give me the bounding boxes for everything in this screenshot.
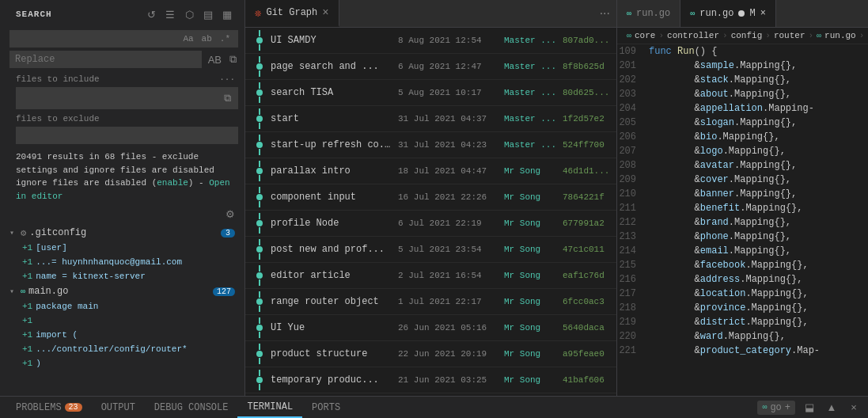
- maingo-child-4[interactable]: +1 .../controller/config/router*: [0, 342, 244, 356]
- code-content: 109 func Run() { 201 &sample.Mapping{}, …: [617, 44, 868, 396]
- code-line-215: 215 &facebook.Mapping{},: [617, 258, 868, 272]
- results-info: 20491 results in 68 files - exclude sett…: [0, 146, 244, 206]
- go-icon-active: ∞: [690, 10, 695, 18]
- problems-tab[interactable]: PROBLEMS 23: [6, 397, 92, 418]
- git-row-13[interactable]: temporary produc... 21 Jun 2021 03:25 Mr…: [245, 367, 616, 393]
- git-row-7[interactable]: profile Node 6 Jul 2021 22:19 Mr Song 67…: [245, 211, 616, 237]
- search-settings-icon[interactable]: ⚙: [222, 206, 238, 222]
- run-go-tab-close[interactable]: ×: [760, 8, 766, 19]
- maingo-child-3[interactable]: +1 import (: [0, 328, 244, 342]
- ports-tab[interactable]: PORTS: [302, 397, 350, 418]
- run-go-tab-modified: M: [749, 8, 755, 19]
- code-line-210: 210 &banner.Mapping{},: [617, 187, 868, 201]
- files-exclude-input[interactable]: [21, 130, 233, 141]
- code-line-212: 212 &brand.Mapping{},: [617, 215, 868, 230]
- code-line-205: 205 &slogan.Mapping{},: [617, 116, 868, 130]
- git-row-5[interactable]: parallax intro 18 Jul 2021 04:47 Mr Song…: [245, 158, 616, 184]
- search-title-icons: ↺ ☰ ⬡ ▤ ▦: [143, 6, 235, 22]
- go-breadcrumb-icon: ∞: [627, 32, 631, 40]
- go-icon-inactive: ∞: [627, 10, 631, 18]
- code-line-208: 208 &avatar.Mapping{},: [617, 158, 868, 173]
- run-go-active-tab[interactable]: ∞ run.go M ×: [680, 0, 776, 27]
- search-input[interactable]: [15, 33, 177, 44]
- replace-all-button[interactable]: ⧉: [228, 51, 238, 67]
- preserve-case-button[interactable]: AB: [207, 52, 223, 67]
- clear-results-icon[interactable]: ▤: [200, 6, 216, 22]
- gitconfig-child-3[interactable]: +1 name = kitnext-server: [0, 269, 244, 283]
- enable-link[interactable]: enable: [157, 178, 188, 188]
- replace-input[interactable]: [15, 54, 196, 65]
- maingo-child-1[interactable]: +1 package main: [0, 299, 244, 314]
- close-panel-button[interactable]: ×: [846, 400, 862, 416]
- search-input-row: Aa ab .*: [0, 27, 244, 51]
- git-tab-more-button[interactable]: ···: [600, 6, 610, 21]
- go-plus-label: +: [785, 402, 790, 413]
- terminal-tab[interactable]: TERMINAL: [237, 397, 302, 418]
- match-case-button[interactable]: Aa: [180, 33, 195, 44]
- code-line-217: 217 &location.Mapping{},: [617, 287, 868, 301]
- code-line-213: 213 &phone.Mapping{},: [617, 230, 868, 244]
- match-word-button[interactable]: ab: [199, 33, 214, 44]
- more-actions-icon[interactable]: ▦: [219, 6, 235, 22]
- git-row-1[interactable]: page search and ... 6 Aug 2021 12:47 Mas…: [245, 54, 616, 80]
- git-row-0[interactable]: UI SAMDY 8 Aug 2021 12:54 Master ... 807…: [245, 28, 616, 54]
- maingo-child-2[interactable]: +1: [0, 314, 244, 328]
- maingo-badge: 127: [213, 287, 235, 296]
- maximize-panel-button[interactable]: ▲: [824, 400, 840, 416]
- git-row-6[interactable]: component input 16 Jul 2021 22:26 Mr Son…: [245, 184, 616, 211]
- git-row-9[interactable]: editor article 2 Jul 2021 16:54 Mr Song …: [245, 263, 616, 289]
- git-tab-close[interactable]: ×: [322, 6, 328, 19]
- git-row-4[interactable]: start-up refresh co... 31 Jul 2021 04:23…: [245, 132, 616, 158]
- terminal-label: TERMINAL: [247, 401, 293, 412]
- output-label: OUTPUT: [101, 402, 135, 413]
- git-row-3[interactable]: start 31 Jul 2021 04:37 Master ... 1f2d5…: [245, 106, 616, 132]
- code-line-209: 209 &cover.Mapping{},: [617, 173, 868, 187]
- svg-point-30: [256, 298, 263, 306]
- git-row-8[interactable]: post new and prof... 5 Jul 2021 23:54 Mr…: [245, 237, 616, 263]
- search-results-tree: ▾ ⚙ .gitconfig 3 +1 [user] +1 ...= huynh…: [0, 222, 244, 396]
- tree-item-maingo[interactable]: ▾ ∞ main.go 127: [0, 283, 244, 299]
- git-graph-tab[interactable]: ❊ Git Graph ×: [245, 0, 339, 27]
- split-terminal-button[interactable]: ⬓: [802, 400, 817, 416]
- tree-item-gitconfig[interactable]: ▾ ⚙ .gitconfig 3: [0, 225, 244, 241]
- svg-point-9: [256, 115, 263, 123]
- breadcrumb-core: core: [635, 31, 655, 40]
- code-panel: ∞ run.go ∞ run.go M × ∞ core › controlle…: [617, 0, 868, 396]
- list-view-icon[interactable]: ☰: [162, 6, 178, 22]
- git-row-11[interactable]: UI Yue 26 Jun 2021 05:16 Mr Song 5640dac…: [245, 315, 616, 341]
- ports-label: PORTS: [312, 402, 340, 413]
- breadcrumb-controller: controller: [667, 31, 719, 40]
- refresh-icon[interactable]: ↺: [143, 6, 159, 22]
- run-go-inactive-tab[interactable]: ∞ run.go: [617, 0, 680, 27]
- gitconfig-child-2[interactable]: +1 ...= huynhnhanquoc@gmail.com: [0, 255, 244, 269]
- include-more-button[interactable]: ···: [219, 74, 235, 84]
- svg-point-0: [256, 36, 263, 44]
- search-input-wrapper: Aa ab .*: [9, 30, 238, 48]
- problems-label: PROBLEMS: [16, 402, 62, 413]
- code-line-211: 211 &benefit.Mapping{},: [617, 201, 868, 215]
- git-row-12[interactable]: product structure 22 Jun 2021 20:19 Mr S…: [245, 341, 616, 367]
- maingo-child-5[interactable]: +1 ): [0, 356, 244, 370]
- svg-point-24: [256, 245, 263, 253]
- open-in-editor-link[interactable]: Open in editor: [16, 178, 230, 201]
- problems-badge: 23: [65, 403, 82, 412]
- git-row-10[interactable]: range router object 1 Jul 2021 22:17 Mr …: [245, 289, 616, 315]
- breadcrumb: ∞ core › controller › config › router › …: [617, 28, 868, 44]
- files-include-input[interactable]: [21, 93, 222, 104]
- debug-console-tab[interactable]: DEBUG CONSOLE: [145, 397, 238, 418]
- code-line-220: 220 &ward.Mapping{},: [617, 329, 868, 344]
- modified-indicator: [738, 10, 745, 17]
- go-plus-button[interactable]: ∞ go +: [757, 401, 795, 415]
- files-exclude-label: files to exclude: [0, 111, 244, 125]
- use-regex-button[interactable]: .*: [218, 33, 233, 44]
- gitconfig-child-1[interactable]: +1 [user]: [0, 241, 244, 255]
- code-line-219: 219 &district.Mapping{},: [617, 315, 868, 329]
- svg-point-21: [256, 219, 263, 227]
- output-tab[interactable]: OUTPUT: [92, 397, 145, 418]
- search-panel: SEARCH ↺ ☰ ⬡ ▤ ▦ Aa ab .* AB ⧉: [0, 0, 245, 396]
- use-exclude-settings-button[interactable]: ⧉: [222, 90, 233, 106]
- svg-point-12: [256, 141, 263, 149]
- collapse-all-icon[interactable]: ⬡: [181, 6, 197, 22]
- git-row-2[interactable]: search TISA 5 Aug 2021 10:17 Master ... …: [245, 80, 616, 106]
- debug-console-label: DEBUG CONSOLE: [154, 402, 229, 413]
